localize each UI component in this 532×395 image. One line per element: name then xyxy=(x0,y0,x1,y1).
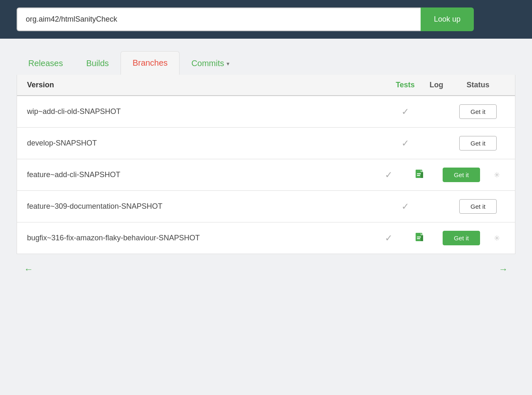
get-it-button[interactable]: Get it xyxy=(459,104,497,119)
search-container: Look up xyxy=(17,7,474,31)
check-icon: ✓ xyxy=(401,201,409,212)
row-version: develop-SNAPSHOT xyxy=(27,139,389,148)
row-status: Get it xyxy=(434,168,488,182)
table-row: develop-SNAPSHOT ✓ Get it xyxy=(17,128,515,159)
log-doc-icon[interactable] xyxy=(415,169,425,181)
row-log[interactable] xyxy=(405,232,434,244)
get-it-button[interactable]: Get it xyxy=(443,168,480,182)
pagination: ← → xyxy=(17,254,515,276)
row-log[interactable] xyxy=(405,169,434,181)
row-version: wip~add-cli-old-SNAPSHOT xyxy=(27,107,389,116)
tab-builds[interactable]: Builds xyxy=(74,52,120,75)
row-status: Get it xyxy=(451,199,505,214)
tab-branches[interactable]: Branches xyxy=(121,51,180,75)
log-doc-icon[interactable] xyxy=(415,232,425,244)
svg-rect-4 xyxy=(417,173,421,174)
check-icon: ✓ xyxy=(401,106,409,117)
row-extra-icon: ✳ xyxy=(488,170,505,180)
svg-rect-10 xyxy=(417,237,421,237)
row-extra-icon: ✳ xyxy=(488,234,505,243)
get-it-button[interactable]: Get it xyxy=(459,199,497,214)
svg-rect-5 xyxy=(417,175,420,176)
get-it-button[interactable]: Get it xyxy=(443,231,480,245)
prev-page-button[interactable]: ← xyxy=(21,262,37,276)
row-status: Get it xyxy=(434,231,488,245)
main-content: Releases Builds Branches Commits ▾ Versi… xyxy=(0,39,532,395)
table-row: wip~add-cli-old-SNAPSHOT ✓ Get it xyxy=(17,96,515,128)
row-tests-check: ✓ xyxy=(389,106,422,117)
table-row: feature~309-documentation-SNAPSHOT ✓ Get… xyxy=(17,191,515,222)
row-tests-check: ✓ xyxy=(389,138,422,149)
tab-releases[interactable]: Releases xyxy=(17,52,74,75)
col-header-log: Log xyxy=(422,81,451,89)
col-header-status: Status xyxy=(451,81,505,89)
svg-rect-11 xyxy=(417,238,420,239)
row-status: Get it xyxy=(451,136,505,151)
next-page-button[interactable]: → xyxy=(495,262,511,276)
get-it-button[interactable]: Get it xyxy=(459,136,497,151)
row-version: bugfix~316-fix-amazon-flaky-behaviour-SN… xyxy=(27,234,372,242)
col-header-version: Version xyxy=(27,81,389,89)
check-icon: ✓ xyxy=(385,170,392,180)
tab-commits[interactable]: Commits ▾ xyxy=(180,52,241,75)
row-tests-check: ✓ xyxy=(389,201,422,212)
row-version: feature~add-cli-SNAPSHOT xyxy=(27,170,372,179)
lookup-button[interactable]: Look up xyxy=(421,7,474,31)
row-version: feature~309-documentation-SNAPSHOT xyxy=(27,202,389,211)
row-tests-check: ✓ xyxy=(372,233,405,244)
commits-label: Commits xyxy=(191,59,224,68)
table-container: Version Tests Log Status wip~add-cli-old… xyxy=(17,75,515,254)
table-row: feature~add-cli-SNAPSHOT ✓ Get it ✳ xyxy=(17,159,515,191)
commits-chevron-icon[interactable]: ▾ xyxy=(227,60,229,67)
search-input[interactable] xyxy=(17,7,421,31)
row-tests-check: ✓ xyxy=(372,170,405,180)
check-icon: ✓ xyxy=(385,233,392,243)
tabs-bar: Releases Builds Branches Commits ▾ xyxy=(17,51,515,75)
table-row: bugfix~316-fix-amazon-flaky-behaviour-SN… xyxy=(17,222,515,254)
table-header: Version Tests Log Status xyxy=(17,75,515,96)
check-icon: ✓ xyxy=(401,138,409,148)
col-header-tests: Tests xyxy=(389,81,422,89)
top-bar: Look up xyxy=(0,0,532,39)
row-status: Get it xyxy=(451,104,505,119)
